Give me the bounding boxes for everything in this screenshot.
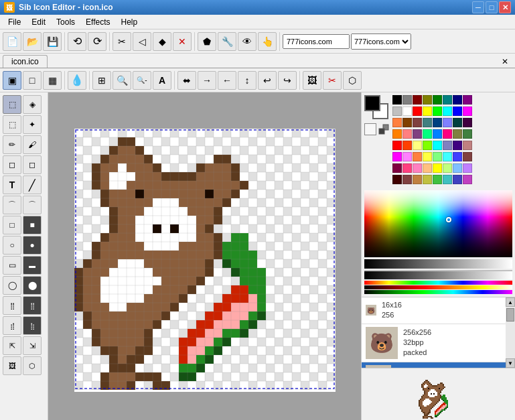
palette-swatch[interactable] (463, 107, 472, 116)
palette-swatch[interactable] (423, 152, 432, 161)
tool-spray1[interactable]: ⣾ (3, 316, 21, 335)
toolbar-copy[interactable]: ◁ (133, 32, 151, 51)
palette-swatch[interactable] (423, 95, 432, 104)
palette-swatch[interactable] (453, 152, 462, 161)
tool-curve2[interactable]: ⌒ (23, 196, 42, 214)
palette-swatch[interactable] (392, 152, 402, 161)
palette-swatch[interactable] (433, 95, 442, 104)
palette-swatch[interactable] (443, 118, 452, 127)
close-button[interactable]: ✕ (499, 1, 511, 13)
palette-swatch[interactable] (423, 129, 432, 139)
palette-swatch[interactable] (453, 141, 462, 150)
tool-text[interactable]: T (3, 176, 21, 194)
icon-tb-3[interactable]: ▦ (43, 71, 62, 90)
icon-tb-rotl[interactable]: ↩ (258, 71, 277, 90)
icon-tb-fliplr[interactable]: ⬌ (177, 71, 196, 90)
toolbar-extra3[interactable]: 👆 (258, 32, 277, 51)
tool-rect1[interactable]: □ (3, 216, 21, 234)
palette-swatch[interactable] (453, 129, 462, 139)
tool-pencil[interactable]: ✏ (3, 135, 21, 154)
palette-swatch[interactable] (433, 175, 442, 184)
tool-rrect2[interactable]: ▬ (23, 256, 42, 275)
icon-tb-img3[interactable]: ⬡ (343, 71, 362, 90)
palette-swatch[interactable] (423, 175, 432, 184)
palette-swatch[interactable] (443, 107, 452, 116)
toolbar-extra1[interactable]: 🔧 (218, 32, 236, 51)
palette-swatch[interactable] (402, 152, 412, 161)
palette-swatch[interactable] (423, 141, 432, 150)
tool-select-rect[interactable]: ⬚ (3, 95, 21, 114)
palette-swatch[interactable] (413, 118, 422, 127)
menu-tools[interactable]: Tools (51, 16, 80, 28)
palette-swatch[interactable] (402, 107, 412, 116)
color-gradient[interactable] (364, 190, 512, 257)
palette-swatch[interactable] (433, 107, 442, 116)
icon-tb-left[interactable]: ← (218, 71, 236, 90)
palette-swatch[interactable] (413, 129, 422, 139)
scroll-thumb[interactable] (506, 308, 514, 322)
toolbar-save[interactable]: 💾 (43, 32, 62, 51)
palette-swatch[interactable] (443, 175, 452, 184)
palette-swatch[interactable] (443, 152, 452, 161)
tool-move1[interactable]: ⇱ (3, 336, 21, 355)
icon-tb-2[interactable]: □ (23, 71, 42, 90)
tool-wand[interactable]: ✦ (23, 115, 42, 134)
icon-tb-zoomin[interactable]: 🔍 (113, 71, 131, 90)
url-input[interactable] (283, 34, 350, 49)
tool-extra2[interactable]: ⬡ (23, 356, 42, 375)
palette-swatch[interactable] (433, 129, 442, 139)
palette-swatch[interactable] (463, 95, 472, 104)
scroll-down-arrow[interactable]: ▼ (506, 358, 515, 368)
tool-dots1[interactable]: ⣿ (3, 296, 21, 315)
tab-close-button[interactable]: ✕ (498, 56, 512, 68)
tool-extra1[interactable]: 🖼 (3, 356, 21, 375)
palette-swatch[interactable] (402, 118, 412, 127)
minimize-button[interactable]: ─ (472, 1, 484, 13)
canvas-area[interactable] (48, 92, 361, 420)
tool-move2[interactable]: ⇲ (23, 336, 42, 355)
tool-fill1[interactable]: ◯ (3, 276, 21, 295)
palette-swatch[interactable] (413, 175, 422, 184)
palette-swatch[interactable] (402, 95, 412, 104)
palette-swatch[interactable] (392, 118, 402, 127)
menu-file[interactable]: File (3, 16, 26, 28)
icon-list-item[interactable]: 🐻256x256 32bpp packed (362, 324, 506, 362)
icon-tb-drop[interactable]: 💧 (68, 71, 86, 90)
palette-swatch[interactable] (392, 107, 402, 116)
tool-line[interactable]: ╱ (23, 176, 42, 194)
toolbar-extra2[interactable]: 👁 (238, 32, 256, 51)
icon-tb-right[interactable]: → (198, 71, 216, 90)
icon-tb-grid[interactable]: ⊞ (92, 71, 111, 90)
transparent-color[interactable] (364, 123, 376, 135)
menu-help[interactable]: Help (116, 16, 143, 28)
icon-tb-rotr[interactable]: ↪ (278, 71, 297, 90)
palette-swatch[interactable] (463, 141, 472, 150)
palette-swatch[interactable] (392, 163, 402, 173)
palette-swatch[interactable] (402, 141, 412, 150)
tool-spray2[interactable]: ⣷ (23, 316, 42, 335)
hue-bar[interactable] (364, 281, 512, 285)
palette-swatch[interactable] (413, 95, 422, 104)
toolbar-cut[interactable]: ✂ (113, 32, 131, 51)
palette-swatch[interactable] (413, 107, 422, 116)
tool-ellipse2[interactable]: ● (23, 236, 42, 255)
palette-swatch[interactable] (433, 163, 442, 173)
palette-swatch[interactable] (453, 107, 462, 116)
tool-eraser[interactable]: ◻ (3, 155, 21, 174)
palette-swatch[interactable] (423, 118, 432, 127)
maximize-button[interactable]: □ (486, 1, 498, 13)
palette-swatch[interactable] (463, 118, 472, 127)
palette-swatch[interactable] (433, 118, 442, 127)
titlebar-controls[interactable]: ─ □ ✕ (472, 1, 511, 13)
icon-tb-text[interactable]: A (153, 71, 171, 90)
palette-swatch[interactable] (453, 163, 462, 173)
palette-swatch[interactable] (402, 175, 412, 184)
toolbar-delete[interactable]: ✕ (173, 32, 192, 51)
tab-icon[interactable]: icon.ico (3, 55, 48, 68)
tool-dots2[interactable]: ⣿ (23, 296, 42, 315)
icon-tb-1[interactable]: ▣ (3, 71, 21, 90)
cool-bar[interactable] (364, 290, 512, 294)
toolbar-open[interactable]: 📂 (23, 32, 42, 51)
tool-clone[interactable]: ◻ (23, 155, 42, 174)
tool-select-magic[interactable]: ◈ (23, 95, 42, 114)
